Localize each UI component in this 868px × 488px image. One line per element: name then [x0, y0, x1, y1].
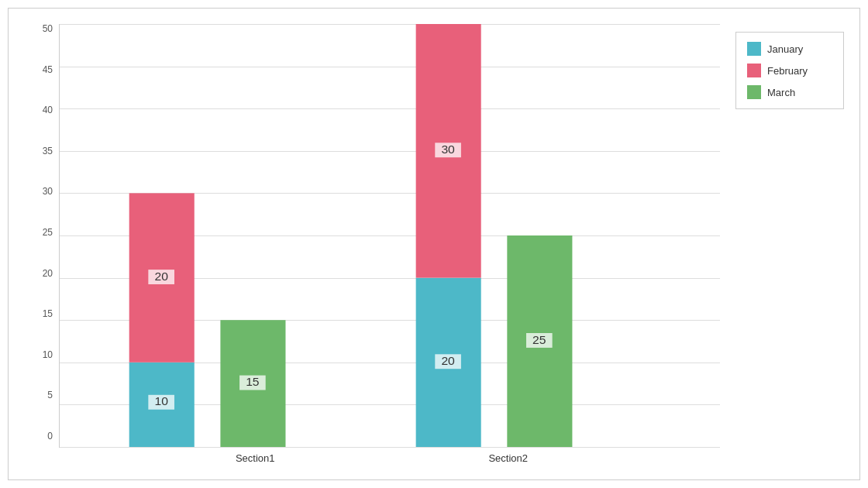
legend-label-february: February [767, 65, 808, 77]
x-labels: Section1 Section2 [59, 448, 720, 464]
y-label-40: 40 [43, 105, 53, 115]
grid-and-bars: 10 20 15 [59, 24, 720, 448]
x-label-section2: Section2 [460, 452, 557, 464]
bars-svg: 10 20 15 [60, 24, 720, 447]
y-label-25: 25 [43, 228, 53, 237]
y-label-10: 10 [43, 350, 53, 359]
y-axis-and-plot: 50 45 40 35 30 25 20 15 10 5 0 [24, 24, 720, 464]
plot-area: 10 20 15 [59, 24, 720, 464]
bar-s2-feb-label: 30 [441, 143, 454, 155]
chart-container: 50 45 40 35 30 25 20 15 10 5 0 [8, 8, 860, 480]
y-label-35: 35 [43, 146, 53, 156]
chart-legend: January February March [735, 32, 844, 109]
bar-s2-mar-label: 25 [532, 333, 546, 345]
y-label-20: 20 [43, 269, 53, 278]
y-label-30: 30 [43, 187, 53, 196]
legend-label-january: January [767, 43, 803, 55]
legend-item-january: January [747, 42, 832, 56]
grid-line-0 [60, 447, 720, 448]
y-label-5: 5 [47, 390, 53, 400]
y-label-50: 50 [43, 24, 53, 33]
bar-s1-mar-label: 15 [246, 376, 259, 388]
x-label-section1: Section1 [206, 452, 304, 464]
legend-label-march: March [767, 87, 795, 98]
bar-s1-feb-label: 20 [154, 270, 167, 282]
y-label-45: 45 [43, 65, 53, 74]
legend-swatch-january [747, 42, 761, 56]
legend-swatch-march [747, 85, 761, 99]
y-label-0: 0 [47, 431, 53, 441]
legend-item-february: February [747, 64, 832, 77]
chart-area: 50 45 40 35 30 25 20 15 10 5 0 [24, 24, 720, 464]
legend-item-march: March [747, 85, 832, 99]
y-axis: 50 45 40 35 30 25 20 15 10 5 0 [24, 24, 59, 464]
y-label-15: 15 [43, 309, 53, 318]
legend-swatch-february [747, 64, 761, 77]
bar-s1-jan-label: 10 [154, 395, 167, 407]
bar-s2-jan-label: 20 [441, 354, 454, 366]
